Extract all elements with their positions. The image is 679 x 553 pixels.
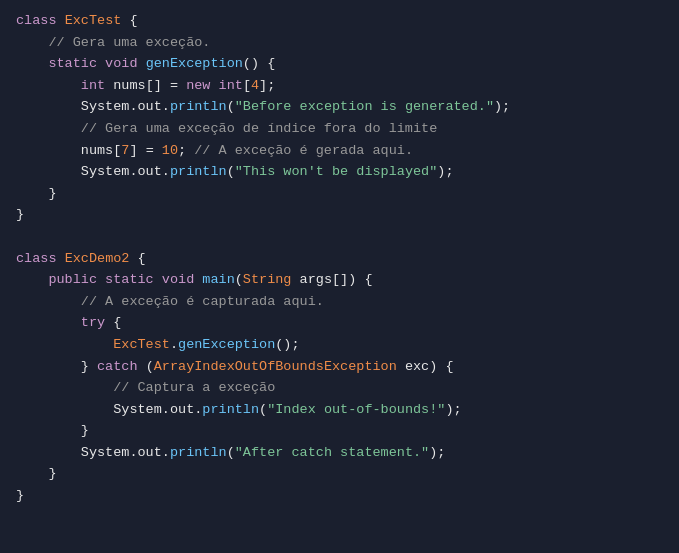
blank-line-11 bbox=[16, 226, 663, 248]
code-line-13: class ExcDemo2 { bbox=[16, 248, 663, 270]
code-line-24: } bbox=[16, 485, 663, 507]
code-line-10: } bbox=[16, 204, 663, 226]
code-line-21: } bbox=[16, 420, 663, 442]
code-line-16: try { bbox=[16, 312, 663, 334]
code-line-9: } bbox=[16, 183, 663, 205]
code-line-22: System.out.println("After catch statemen… bbox=[16, 442, 663, 464]
code-line-5: System.out.println("Before exception is … bbox=[16, 96, 663, 118]
code-line-2: // Gera uma exceção. bbox=[16, 32, 663, 54]
code-line-6: // Gera uma exceção de índice fora do li… bbox=[16, 118, 663, 140]
code-line-1: class ExcTest { bbox=[16, 10, 663, 32]
code-line-15: // A exceção é capturada aqui. bbox=[16, 291, 663, 313]
code-line-17: ExcTest.genException(); bbox=[16, 334, 663, 356]
code-line-23: } bbox=[16, 463, 663, 485]
code-line-8: System.out.println("This won't be displa… bbox=[16, 161, 663, 183]
code-line-7: nums[7] = 10; // A exceção é gerada aqui… bbox=[16, 140, 663, 162]
code-line-19: // Captura a exceção bbox=[16, 377, 663, 399]
code-line-20: System.out.println("Index out-of-bounds!… bbox=[16, 399, 663, 421]
code-line-3: static void genException() { bbox=[16, 53, 663, 75]
code-line-4: int nums[] = new int[4]; bbox=[16, 75, 663, 97]
code-editor: class ExcTest { // Gera uma exceção. sta… bbox=[0, 0, 679, 553]
code-line-18: } catch (ArrayIndexOutOfBoundsException … bbox=[16, 356, 663, 378]
code-line-14: public static void main(String args[]) { bbox=[16, 269, 663, 291]
